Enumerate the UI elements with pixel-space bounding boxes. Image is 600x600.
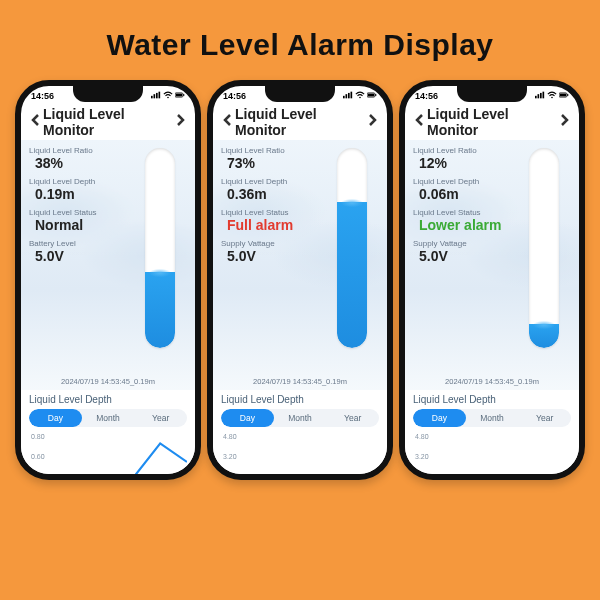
signal-icon xyxy=(343,91,353,101)
mini-chart: 4.803.201.60 xyxy=(221,431,379,480)
tab-year[interactable]: Year xyxy=(326,409,379,427)
ytick: 4.80 xyxy=(415,433,429,440)
tube-fill xyxy=(529,324,559,348)
value-depth: 0.36m xyxy=(221,186,316,202)
signal-icon xyxy=(535,91,545,101)
svg-rect-6 xyxy=(176,93,182,96)
status-time: 14:56 xyxy=(223,91,246,101)
chart-title: Liquid Level Depth xyxy=(413,394,571,405)
svg-rect-1 xyxy=(154,94,156,98)
svg-rect-11 xyxy=(351,91,353,98)
svg-rect-18 xyxy=(540,92,542,97)
svg-rect-10 xyxy=(348,92,350,97)
label-ratio: Liquid Level Ratio xyxy=(221,146,316,155)
ytick: 0.60 xyxy=(31,453,45,460)
svg-point-4 xyxy=(167,96,169,98)
signal-icon xyxy=(151,91,161,101)
label-depth: Liquid Level Depth xyxy=(221,177,316,186)
app-title: Liquid Level Monitor xyxy=(427,106,557,138)
app-title: Liquid Level Monitor xyxy=(235,106,365,138)
phone-notch xyxy=(73,86,143,102)
range-tabs: Day Month Year xyxy=(221,409,379,427)
tab-month[interactable]: Month xyxy=(82,409,135,427)
tube-fill xyxy=(337,202,367,348)
reading-power: Supply Vattage 5.0V xyxy=(221,239,316,264)
ytick: 3.20 xyxy=(223,453,237,460)
main-readout: Liquid Level Ratio 38% Liquid Level Dept… xyxy=(21,140,195,390)
chart-section: Liquid Level Depth Day Month Year 0.800.… xyxy=(21,390,195,480)
chart-title: Liquid Level Depth xyxy=(221,394,379,405)
forward-icon[interactable] xyxy=(365,113,379,131)
tube-fill xyxy=(145,272,175,348)
level-tube: 73% xyxy=(335,148,369,348)
tab-month[interactable]: Month xyxy=(466,409,519,427)
svg-rect-8 xyxy=(343,95,345,98)
back-icon[interactable] xyxy=(221,113,235,131)
phone-row: 14:56 Liquid Level Monitor Liquid Level … xyxy=(0,80,600,480)
tube: 73% xyxy=(337,148,367,348)
label-power: Supply Vattage xyxy=(413,239,508,248)
tube: 12% xyxy=(529,148,559,348)
reading-depth: Liquid Level Depth 0.06m xyxy=(413,177,508,202)
phone-mockup: 14:56 Liquid Level Monitor Liquid Level … xyxy=(15,80,201,480)
back-icon[interactable] xyxy=(413,113,427,131)
tab-day[interactable]: Day xyxy=(29,409,82,427)
value-depth: 0.06m xyxy=(413,186,508,202)
readings: Liquid Level Ratio 12% Liquid Level Dept… xyxy=(413,146,508,264)
value-status: Normal xyxy=(29,217,124,233)
label-power: Battery Level xyxy=(29,239,124,248)
svg-rect-9 xyxy=(346,94,348,98)
ytick: 4.80 xyxy=(223,433,237,440)
svg-rect-22 xyxy=(560,93,566,96)
tab-day[interactable]: Day xyxy=(221,409,274,427)
reading-depth: Liquid Level Depth 0.19m xyxy=(29,177,124,202)
reading-status: Liquid Level Status Lower alarm xyxy=(413,208,508,233)
label-ratio: Liquid Level Ratio xyxy=(29,146,124,155)
tab-day[interactable]: Day xyxy=(413,409,466,427)
status-time: 14:56 xyxy=(415,91,438,101)
back-icon[interactable] xyxy=(29,113,43,131)
app-header: Liquid Level Monitor xyxy=(21,102,195,140)
tab-year[interactable]: Year xyxy=(134,409,187,427)
label-status: Liquid Level Status xyxy=(29,208,124,217)
battery-icon xyxy=(367,91,377,101)
app-title: Liquid Level Monitor xyxy=(43,106,173,138)
chart-svg xyxy=(53,431,187,480)
tab-month[interactable]: Month xyxy=(274,409,327,427)
label-depth: Liquid Level Depth xyxy=(413,177,508,186)
reading-ratio: Liquid Level Ratio 73% xyxy=(221,146,316,171)
phone-mockup: 14:56 Liquid Level Monitor Liquid Level … xyxy=(399,80,585,480)
value-ratio: 38% xyxy=(29,155,124,171)
label-ratio: Liquid Level Ratio xyxy=(413,146,508,155)
ytick: 3.20 xyxy=(415,453,429,460)
svg-rect-16 xyxy=(535,95,537,98)
reading-ratio: Liquid Level Ratio 38% xyxy=(29,146,124,171)
level-tube: 12% xyxy=(527,148,561,348)
forward-icon[interactable] xyxy=(173,113,187,131)
value-power: 5.0V xyxy=(221,248,316,264)
label-depth: Liquid Level Depth xyxy=(29,177,124,186)
timestamp: 2024/07/19 14:53:45_0.19m xyxy=(405,377,579,386)
readings: Liquid Level Ratio 73% Liquid Level Dept… xyxy=(221,146,316,264)
chart-svg xyxy=(245,431,379,480)
value-status: Full alarm xyxy=(221,217,316,233)
reading-status: Liquid Level Status Normal xyxy=(29,208,124,233)
timestamp: 2024/07/19 14:53:45_0.19m xyxy=(21,377,195,386)
value-power: 5.0V xyxy=(29,248,124,264)
svg-rect-15 xyxy=(375,93,376,95)
status-icons xyxy=(343,91,377,101)
reading-power: Battery Level 5.0V xyxy=(29,239,124,264)
battery-icon xyxy=(175,91,185,101)
wifi-icon xyxy=(163,91,173,101)
chart-title: Liquid Level Depth xyxy=(29,394,187,405)
svg-rect-7 xyxy=(183,93,184,95)
tab-year[interactable]: Year xyxy=(518,409,571,427)
tube: 38% xyxy=(145,148,175,348)
value-ratio: 73% xyxy=(221,155,316,171)
reading-ratio: Liquid Level Ratio 12% xyxy=(413,146,508,171)
main-readout: Liquid Level Ratio 12% Liquid Level Dept… xyxy=(405,140,579,390)
value-power: 5.0V xyxy=(413,248,508,264)
forward-icon[interactable] xyxy=(557,113,571,131)
label-power: Supply Vattage xyxy=(221,239,316,248)
ytick: 1.60 xyxy=(415,473,429,480)
